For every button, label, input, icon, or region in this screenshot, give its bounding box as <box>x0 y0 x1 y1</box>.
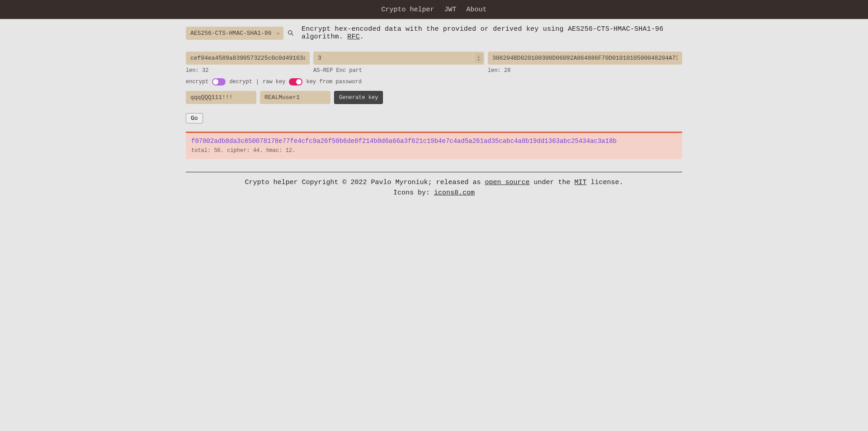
data-length-label: len: 28 <box>488 67 682 74</box>
raw-key-label: raw key <box>263 79 285 85</box>
go-button[interactable]: Go <box>186 113 203 123</box>
search-icon[interactable] <box>287 29 294 37</box>
key-input[interactable] <box>186 52 310 65</box>
svg-line-1 <box>292 34 293 35</box>
inputs-row: ▴▾ <box>186 52 682 65</box>
encrypt-label: encrypt <box>186 79 208 85</box>
svg-point-0 <box>288 31 292 34</box>
output-hex: f07802adb8da3c850078178e77fe4cfc9a26f50b… <box>191 137 677 145</box>
password-input[interactable] <box>186 91 256 104</box>
algorithm-select[interactable]: AES256-CTS-HMAC-SHA1-96 <box>186 27 283 40</box>
main-container: AES256-CTS-HMAC-SHA1-96 Encrypt hex-enco… <box>186 19 682 212</box>
sublabels-row: len: 32 AS-REP Enc part len: 28 <box>186 67 682 74</box>
mode-row: encrypt decrypt | raw key key from passw… <box>186 78 682 85</box>
generate-key-button[interactable]: Generate key <box>334 91 383 104</box>
data-input[interactable] <box>488 52 682 65</box>
algorithm-description: Encrypt hex-encoded data with the provid… <box>302 25 682 41</box>
algorithm-select-wrap: AES256-CTS-HMAC-SHA1-96 <box>186 27 283 40</box>
top-nav: Crypto helper JWT About <box>0 0 868 19</box>
key-from-password-label: key from password <box>306 79 361 85</box>
salt-input[interactable] <box>260 91 330 104</box>
password-row: Generate key <box>186 91 682 104</box>
footer: Crypto helper Copyright © 2022 Pavlo Myr… <box>186 178 682 198</box>
output-panel: f07802adb8da3c850078178e77fe4cfc9a26f50b… <box>186 132 682 159</box>
open-source-link[interactable]: open source <box>485 179 530 186</box>
footer-text-2: under the <box>530 179 575 186</box>
mode-separator: | <box>256 79 259 85</box>
stepper-icon[interactable]: ▴▾ <box>475 53 482 63</box>
footer-text-1: Crypto helper Copyright © 2022 Pavlo Myr… <box>245 179 485 186</box>
key-source-toggle[interactable] <box>289 78 302 85</box>
nav-crypto-helper[interactable]: Crypto helper <box>381 6 434 14</box>
footer-text-3: license. <box>587 179 623 186</box>
mit-link[interactable]: MIT <box>575 179 587 186</box>
key-usage-input[interactable] <box>313 52 484 65</box>
icons8-link[interactable]: icons8.com <box>434 189 475 197</box>
output-meta: total: 56. cipher: 44. hmac: 12. <box>191 147 677 154</box>
nav-about[interactable]: About <box>467 6 487 14</box>
usage-name-label: AS-REP Enc part <box>313 67 484 74</box>
nav-jwt[interactable]: JWT <box>444 6 457 14</box>
header-row: AES256-CTS-HMAC-SHA1-96 Encrypt hex-enco… <box>186 25 682 41</box>
encrypt-decrypt-toggle[interactable] <box>212 78 226 85</box>
rfc-link[interactable]: RFC <box>347 33 360 41</box>
key-length-label: len: 32 <box>186 67 310 74</box>
decrypt-label: decrypt <box>229 79 252 85</box>
footer-icons-label: Icons by: <box>393 189 434 197</box>
description-tail: . <box>360 33 364 41</box>
footer-separator <box>186 172 682 172</box>
